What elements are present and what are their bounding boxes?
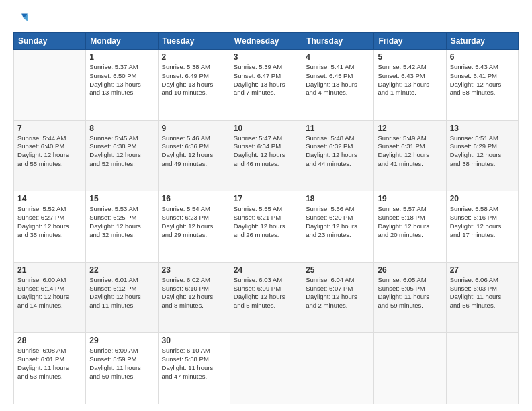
calendar-cell: 8Sunrise: 5:45 AM Sunset: 6:38 PM Daylig… <box>86 120 158 191</box>
calendar-cell: 10Sunrise: 5:47 AM Sunset: 6:34 PM Dayli… <box>230 120 302 191</box>
day-info: Sunrise: 5:48 AM Sunset: 6:32 PM Dayligh… <box>306 134 370 169</box>
day-number: 7 <box>17 124 82 133</box>
day-number: 23 <box>162 265 226 275</box>
weekday-header-tuesday: Tuesday <box>158 33 230 50</box>
calendar-cell: 11Sunrise: 5:48 AM Sunset: 6:32 PM Dayli… <box>302 120 374 191</box>
calendar-cell: 15Sunrise: 5:53 AM Sunset: 6:25 PM Dayli… <box>86 191 158 263</box>
day-info: Sunrise: 6:01 AM Sunset: 6:12 PM Dayligh… <box>89 276 154 310</box>
weekday-header-friday: Friday <box>374 33 446 50</box>
day-info: Sunrise: 6:02 AM Sunset: 6:10 PM Dayligh… <box>162 276 226 310</box>
week-row-5: 28Sunrise: 6:08 AM Sunset: 6:01 PM Dayli… <box>14 333 519 404</box>
day-number: 11 <box>306 124 370 133</box>
day-info: Sunrise: 5:45 AM Sunset: 6:38 PM Dayligh… <box>89 134 154 169</box>
calendar-table: SundayMondayTuesdayWednesdayThursdayFrid… <box>13 32 519 404</box>
calendar-cell: 19Sunrise: 5:57 AM Sunset: 6:18 PM Dayli… <box>374 191 446 263</box>
day-number: 13 <box>450 124 515 133</box>
day-info: Sunrise: 5:51 AM Sunset: 6:29 PM Dayligh… <box>450 134 515 169</box>
calendar-cell: 14Sunrise: 5:52 AM Sunset: 6:27 PM Dayli… <box>14 191 86 263</box>
day-number: 2 <box>162 52 226 62</box>
weekday-header-monday: Monday <box>86 33 158 50</box>
calendar-cell: 30Sunrise: 6:10 AM Sunset: 5:58 PM Dayli… <box>158 333 230 404</box>
calendar-cell: 22Sunrise: 6:01 AM Sunset: 6:12 PM Dayli… <box>86 262 158 333</box>
weekday-header-sunday: Sunday <box>14 33 86 50</box>
day-number: 5 <box>378 52 442 62</box>
day-info: Sunrise: 5:49 AM Sunset: 6:31 PM Dayligh… <box>378 134 442 169</box>
day-info: Sunrise: 6:05 AM Sunset: 6:05 PM Dayligh… <box>378 276 442 310</box>
day-info: Sunrise: 5:57 AM Sunset: 6:18 PM Dayligh… <box>378 205 442 239</box>
day-info: Sunrise: 6:00 AM Sunset: 6:14 PM Dayligh… <box>17 276 82 310</box>
day-number: 4 <box>306 52 370 62</box>
header <box>13 11 519 26</box>
day-number: 6 <box>450 52 515 62</box>
calendar-cell <box>446 333 518 404</box>
day-info: Sunrise: 5:43 AM Sunset: 6:41 PM Dayligh… <box>450 63 515 97</box>
calendar-cell: 1Sunrise: 5:37 AM Sunset: 6:50 PM Daylig… <box>86 50 158 121</box>
calendar-cell: 13Sunrise: 5:51 AM Sunset: 6:29 PM Dayli… <box>446 120 518 191</box>
day-info: Sunrise: 5:56 AM Sunset: 6:20 PM Dayligh… <box>306 205 370 239</box>
day-number: 19 <box>378 194 442 203</box>
day-number: 22 <box>89 265 154 275</box>
day-info: Sunrise: 5:58 AM Sunset: 6:16 PM Dayligh… <box>450 205 515 239</box>
day-info: Sunrise: 5:52 AM Sunset: 6:27 PM Dayligh… <box>17 205 82 239</box>
day-info: Sunrise: 5:39 AM Sunset: 6:47 PM Dayligh… <box>234 63 298 97</box>
calendar-cell: 5Sunrise: 5:42 AM Sunset: 6:43 PM Daylig… <box>374 50 446 121</box>
day-number: 16 <box>162 194 226 203</box>
week-row-4: 21Sunrise: 6:00 AM Sunset: 6:14 PM Dayli… <box>14 262 519 333</box>
day-number: 3 <box>234 52 298 62</box>
calendar-cell: 24Sunrise: 6:03 AM Sunset: 6:09 PM Dayli… <box>230 262 302 333</box>
day-info: Sunrise: 5:38 AM Sunset: 6:49 PM Dayligh… <box>162 63 226 97</box>
day-number: 18 <box>306 194 370 203</box>
day-number: 29 <box>89 336 154 345</box>
calendar-cell <box>302 333 374 404</box>
day-number: 9 <box>162 124 226 133</box>
day-number: 15 <box>89 194 154 203</box>
day-info: Sunrise: 5:54 AM Sunset: 6:23 PM Dayligh… <box>162 205 226 239</box>
calendar-cell: 7Sunrise: 5:44 AM Sunset: 6:40 PM Daylig… <box>14 120 86 191</box>
calendar-cell: 29Sunrise: 6:09 AM Sunset: 5:59 PM Dayli… <box>86 333 158 404</box>
day-info: Sunrise: 6:08 AM Sunset: 6:01 PM Dayligh… <box>17 347 82 381</box>
day-info: Sunrise: 6:09 AM Sunset: 5:59 PM Dayligh… <box>89 347 154 381</box>
calendar-cell: 26Sunrise: 6:05 AM Sunset: 6:05 PM Dayli… <box>374 262 446 333</box>
calendar-cell <box>374 333 446 404</box>
day-number: 24 <box>234 265 298 275</box>
day-number: 30 <box>162 336 226 345</box>
day-info: Sunrise: 5:42 AM Sunset: 6:43 PM Dayligh… <box>378 63 442 97</box>
calendar-cell: 6Sunrise: 5:43 AM Sunset: 6:41 PM Daylig… <box>446 50 518 121</box>
calendar-cell: 28Sunrise: 6:08 AM Sunset: 6:01 PM Dayli… <box>14 333 86 404</box>
day-number: 20 <box>450 194 515 203</box>
weekday-header-thursday: Thursday <box>302 33 374 50</box>
calendar-cell: 12Sunrise: 5:49 AM Sunset: 6:31 PM Dayli… <box>374 120 446 191</box>
week-row-1: 1Sunrise: 5:37 AM Sunset: 6:50 PM Daylig… <box>14 50 519 121</box>
day-info: Sunrise: 6:04 AM Sunset: 6:07 PM Dayligh… <box>306 276 370 310</box>
day-info: Sunrise: 5:46 AM Sunset: 6:36 PM Dayligh… <box>162 134 226 169</box>
day-info: Sunrise: 6:03 AM Sunset: 6:09 PM Dayligh… <box>234 276 298 310</box>
day-number: 27 <box>450 265 515 275</box>
day-number: 17 <box>234 194 298 203</box>
day-number: 25 <box>306 265 370 275</box>
day-info: Sunrise: 5:55 AM Sunset: 6:21 PM Dayligh… <box>234 205 298 239</box>
day-number: 8 <box>89 124 154 133</box>
calendar-cell: 2Sunrise: 5:38 AM Sunset: 6:49 PM Daylig… <box>158 50 230 121</box>
day-info: Sunrise: 5:44 AM Sunset: 6:40 PM Dayligh… <box>17 134 82 169</box>
day-number: 14 <box>17 194 82 203</box>
day-number: 26 <box>378 265 442 275</box>
day-number: 21 <box>17 265 82 275</box>
calendar-cell: 18Sunrise: 5:56 AM Sunset: 6:20 PM Dayli… <box>302 191 374 263</box>
calendar-cell <box>230 333 302 404</box>
week-row-2: 7Sunrise: 5:44 AM Sunset: 6:40 PM Daylig… <box>14 120 519 191</box>
weekday-header-row: SundayMondayTuesdayWednesdayThursdayFrid… <box>14 33 519 50</box>
page: SundayMondayTuesdayWednesdayThursdayFrid… <box>0 0 532 411</box>
calendar-cell: 20Sunrise: 5:58 AM Sunset: 6:16 PM Dayli… <box>446 191 518 263</box>
calendar-cell: 21Sunrise: 6:00 AM Sunset: 6:14 PM Dayli… <box>14 262 86 333</box>
day-info: Sunrise: 5:47 AM Sunset: 6:34 PM Dayligh… <box>234 134 298 169</box>
calendar-cell: 25Sunrise: 6:04 AM Sunset: 6:07 PM Dayli… <box>302 262 374 333</box>
weekday-header-wednesday: Wednesday <box>230 33 302 50</box>
day-number: 1 <box>89 52 154 62</box>
calendar-cell: 23Sunrise: 6:02 AM Sunset: 6:10 PM Dayli… <box>158 262 230 333</box>
day-info: Sunrise: 5:41 AM Sunset: 6:45 PM Dayligh… <box>306 63 370 97</box>
calendar-cell: 27Sunrise: 6:06 AM Sunset: 6:03 PM Dayli… <box>446 262 518 333</box>
calendar-cell: 16Sunrise: 5:54 AM Sunset: 6:23 PM Dayli… <box>158 191 230 263</box>
day-info: Sunrise: 6:10 AM Sunset: 5:58 PM Dayligh… <box>162 347 226 381</box>
calendar-cell <box>14 50 86 121</box>
calendar-cell: 3Sunrise: 5:39 AM Sunset: 6:47 PM Daylig… <box>230 50 302 121</box>
